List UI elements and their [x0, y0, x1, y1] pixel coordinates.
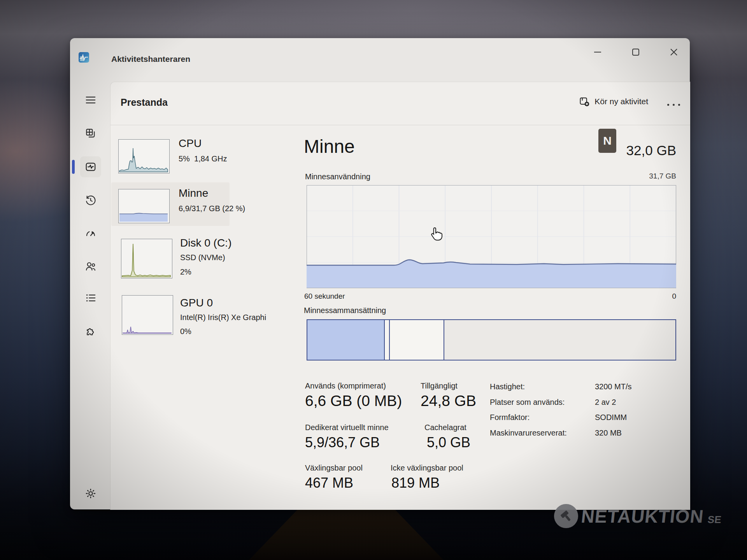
- detail-value: 3200 MT/s: [595, 382, 631, 391]
- x-axis-right-label: 0: [672, 292, 676, 301]
- wallpaper-pier: [249, 508, 444, 560]
- window-title: Aktivitetshanteraren: [111, 54, 190, 64]
- memory-total: 32,0 GB: [626, 143, 676, 158]
- disk-sparkline: [121, 239, 171, 277]
- usage-chart-label: Minnesanvändning: [305, 172, 370, 181]
- maximize-button[interactable]: [623, 44, 649, 61]
- composition-in-use: [307, 320, 385, 360]
- selected-item-indicator: [72, 160, 75, 174]
- memory-stats: 6,9/31,7 GB (22 %): [179, 204, 245, 213]
- cpu-title: CPU: [179, 137, 202, 150]
- access-key-badge: N: [598, 129, 616, 153]
- new-task-icon: [579, 96, 590, 107]
- hand-cursor: [430, 227, 444, 242]
- memory-composition-bar: [307, 319, 676, 360]
- services-icon[interactable]: [81, 321, 100, 341]
- memory-title: Minne: [179, 187, 208, 200]
- stat-label: Tillgängligt: [421, 382, 458, 390]
- performance-icon[interactable]: [81, 157, 100, 177]
- composition-modified: [385, 320, 390, 360]
- gpu-name: Intel(R) Iris(R) Xe Graphi: [180, 313, 266, 322]
- watermark-brand: NETAUKTION: [580, 506, 705, 527]
- performance-panel: Prestanda Kör ny aktivitet CPU 5%: [110, 82, 690, 510]
- stat-value: 5,9/36,7 GB: [305, 434, 380, 451]
- detail-value: SODIMM: [595, 413, 627, 422]
- stat-label: Växlingsbar pool: [305, 464, 363, 472]
- stat-label: Dedikerat virtuellt minne: [305, 423, 389, 432]
- header-divider: [110, 125, 690, 125]
- detail-label: Platser som används:: [490, 398, 565, 407]
- memory-page-title: Minne: [304, 136, 355, 157]
- gpu-usage: 0%: [180, 327, 191, 336]
- cpu-sparkline: [119, 140, 168, 172]
- disk-type: SSD (NVMe): [180, 253, 225, 262]
- minimize-button[interactable]: [585, 44, 610, 61]
- stat-label: Icke växlingsbar pool: [391, 464, 463, 472]
- watermark-tld: SE: [707, 514, 722, 526]
- settings-icon[interactable]: [81, 484, 100, 503]
- disk-usage: 2%: [180, 268, 191, 276]
- detail-label: Maskinvarureserverat:: [490, 429, 567, 438]
- memory-usage-chart: [307, 185, 676, 288]
- memory-sparkline: [119, 189, 168, 222]
- run-new-task-label: Kör ny aktivitet: [594, 97, 648, 106]
- processes-icon[interactable]: [81, 124, 100, 143]
- stat-value: 6,6 GB (0 MB): [305, 392, 402, 410]
- detail-label: Hastighet:: [490, 382, 525, 391]
- app-history-icon[interactable]: [81, 191, 100, 210]
- users-icon[interactable]: [81, 257, 100, 276]
- stat-label: Cachelagrat: [424, 423, 466, 432]
- startup-apps-icon[interactable]: [81, 224, 100, 243]
- composition-label: Minnessammansättning: [304, 306, 386, 315]
- chart-scale-max: 31,7 GB: [649, 172, 676, 180]
- cpu-stats: 5% 1,84 GHz: [179, 154, 227, 163]
- run-new-task-button[interactable]: Kör ny aktivitet: [579, 96, 648, 107]
- task-manager-window: Aktivitetshanteraren: [70, 38, 690, 509]
- more-options-button[interactable]: [667, 104, 680, 106]
- photo-of-screen: Aktivitetshanteraren: [0, 0, 747, 560]
- stat-value: 5,0 GB: [427, 434, 470, 451]
- detail-label: Formfaktor:: [490, 413, 530, 422]
- stat-value: 24,8 GB: [421, 392, 476, 410]
- page-title: Prestanda: [121, 97, 168, 108]
- details-icon[interactable]: [81, 288, 100, 308]
- watermark: NETAUKTION SE: [554, 504, 721, 528]
- detail-value: 2 av 2: [595, 398, 616, 407]
- detail-value: 320 MB: [595, 429, 622, 438]
- stat-value: 467 MB: [305, 475, 353, 491]
- task-manager-app-icon: [79, 52, 89, 63]
- menu-icon[interactable]: [81, 90, 100, 110]
- gpu-sparkline: [122, 296, 172, 334]
- disk-title: Disk 0 (C:): [180, 237, 231, 249]
- close-button[interactable]: [661, 44, 687, 61]
- x-axis-left-label: 60 sekunder: [304, 292, 345, 301]
- gpu-title: GPU 0: [180, 297, 213, 309]
- stat-value: 819 MB: [391, 475, 440, 491]
- stat-label: Används (komprimerat): [305, 382, 386, 390]
- gavel-icon: [554, 504, 578, 528]
- composition-standby: [390, 320, 444, 360]
